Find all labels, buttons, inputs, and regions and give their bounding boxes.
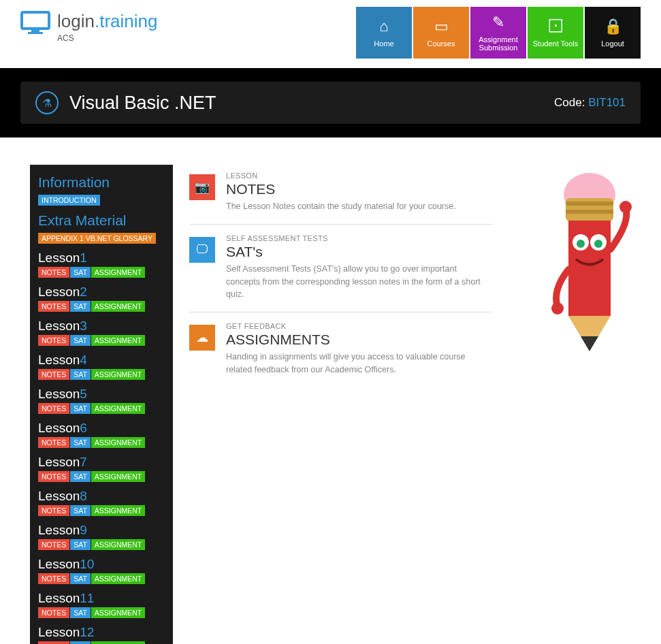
lesson-9[interactable]: Lesson9 bbox=[38, 523, 165, 538]
svg-rect-1 bbox=[31, 30, 39, 32]
info-label: SELF ASSESSMENT TESTS bbox=[226, 234, 492, 242]
lesson-10[interactable]: Lesson10 bbox=[38, 557, 165, 572]
badge-assignment[interactable]: ASSIGNMENT bbox=[91, 403, 145, 414]
badge-notes[interactable]: NOTES bbox=[38, 539, 69, 550]
camera-icon: 📷 bbox=[189, 174, 215, 200]
badge-sat[interactable]: SAT bbox=[70, 505, 91, 516]
lesson-9-badges: NOTESSATASSIGNMENT bbox=[38, 538, 165, 551]
logo-area[interactable]: login.training ACS bbox=[20, 11, 157, 43]
badge-assignment[interactable]: ASSIGNMENT bbox=[91, 539, 145, 550]
badge-notes[interactable]: NOTES bbox=[38, 301, 69, 312]
badge-sat[interactable]: SAT bbox=[70, 403, 91, 414]
lesson-8[interactable]: Lesson8 bbox=[38, 489, 165, 504]
monitor-icon bbox=[20, 11, 50, 42]
lesson-12-badges: NOTESSATASSIGNMENT bbox=[38, 640, 165, 644]
content: Information INTRODUCTION Extra Material … bbox=[0, 138, 661, 644]
info-title: NOTES bbox=[226, 181, 456, 197]
lesson-3[interactable]: Lesson3 bbox=[38, 319, 165, 334]
badge-assignment[interactable]: ASSIGNMENT bbox=[91, 471, 145, 482]
svg-rect-5 bbox=[566, 202, 613, 206]
pencil-mascot bbox=[538, 161, 641, 368]
badge-sat[interactable]: SAT bbox=[70, 607, 91, 618]
nav-assignment[interactable]: ✎Assignment Submission bbox=[470, 7, 526, 59]
lesson-5[interactable]: Lesson5 bbox=[38, 387, 165, 402]
badge-appendix[interactable]: APPENDIX 1 VB.NET GLOSSARY bbox=[38, 233, 156, 244]
badge-notes[interactable]: NOTES bbox=[38, 505, 69, 516]
badge-notes[interactable]: NOTES bbox=[38, 267, 69, 278]
badge-introduction[interactable]: INTRODUCTION bbox=[38, 195, 100, 206]
badge-sat[interactable]: SAT bbox=[70, 573, 91, 584]
badge-sat[interactable]: SAT bbox=[70, 301, 91, 312]
lesson-4-badges: NOTESSATASSIGNMENT bbox=[38, 368, 165, 381]
lesson-11-badges: NOTESSATASSIGNMENT bbox=[38, 606, 165, 619]
folder-icon: ▭ bbox=[434, 18, 449, 35]
badge-assignment[interactable]: ASSIGNMENT bbox=[91, 335, 145, 346]
lesson-2[interactable]: Lesson2 bbox=[38, 285, 165, 300]
lesson-10-badges: NOTESSATASSIGNMENT bbox=[38, 572, 165, 585]
svg-rect-2 bbox=[28, 32, 43, 34]
lesson-6-badges: NOTESSATASSIGNMENT bbox=[38, 436, 165, 449]
badge-notes[interactable]: NOTES bbox=[38, 335, 69, 346]
lesson-6[interactable]: Lesson6 bbox=[38, 421, 165, 436]
badge-assignment[interactable]: ASSIGNMENT bbox=[91, 369, 145, 380]
info-title: SAT's bbox=[226, 244, 492, 260]
header: login.training ACS ⌂Home ▭Courses ✎Assig… bbox=[0, 0, 661, 59]
badge-notes[interactable]: NOTES bbox=[38, 369, 69, 380]
lesson-12[interactable]: Lesson12 bbox=[38, 625, 165, 640]
badge-notes[interactable]: NOTES bbox=[38, 607, 69, 618]
lesson-1[interactable]: Lesson1 bbox=[38, 251, 165, 265]
badge-sat[interactable]: SAT bbox=[70, 267, 91, 278]
course-code: Code: BIT101 bbox=[554, 96, 626, 110]
lesson-11[interactable]: Lesson11 bbox=[38, 591, 165, 606]
info-title: ASSIGNMENTS bbox=[226, 332, 492, 348]
badge-sat[interactable]: SAT bbox=[70, 369, 91, 380]
badge-notes[interactable]: NOTES bbox=[38, 471, 69, 482]
badge-sat[interactable]: SAT bbox=[70, 335, 91, 346]
badge-assignment[interactable]: ASSIGNMENT bbox=[91, 607, 145, 618]
badge-notes[interactable]: NOTES bbox=[38, 403, 69, 414]
lock-icon: 🔒 bbox=[604, 18, 622, 35]
svg-rect-7 bbox=[568, 221, 611, 316]
lesson-4[interactable]: Lesson4 bbox=[38, 353, 165, 368]
logo-text: login.training bbox=[57, 11, 157, 32]
top-nav: ⌂Home ▭Courses ✎Assignment Submission 🞔S… bbox=[355, 7, 641, 59]
pencil-icon: ✎ bbox=[492, 14, 504, 31]
badge-assignment[interactable]: ASSIGNMENT bbox=[91, 437, 145, 448]
badge-assignment[interactable]: ASSIGNMENT bbox=[91, 505, 145, 516]
svg-point-14 bbox=[619, 201, 632, 213]
lesson-7-badges: NOTESSATASSIGNMENT bbox=[38, 470, 165, 483]
badge-sat[interactable]: SAT bbox=[70, 471, 91, 482]
info-label: GET FEEDBACK bbox=[226, 322, 492, 330]
info-desc: Self Assessment Tests (SAT's) allow you … bbox=[226, 263, 492, 301]
sidebar: Information INTRODUCTION Extra Material … bbox=[30, 165, 173, 644]
nav-courses[interactable]: ▭Courses bbox=[413, 7, 469, 59]
svg-rect-6 bbox=[566, 210, 613, 214]
badge-assignment[interactable]: ASSIGNMENT bbox=[91, 641, 145, 644]
lesson-8-badges: NOTESSATASSIGNMENT bbox=[38, 504, 165, 517]
badge-notes[interactable]: NOTES bbox=[38, 573, 69, 584]
info-notes: 📷 LESSON NOTES The Lesson Notes contain … bbox=[189, 165, 492, 225]
nav-home[interactable]: ⌂Home bbox=[356, 7, 412, 59]
info-desc: The Lesson Notes contain the study mater… bbox=[226, 200, 456, 213]
badge-sat[interactable]: SAT bbox=[70, 539, 91, 550]
lesson-2-badges: NOTESSATASSIGNMENT bbox=[38, 300, 165, 313]
lesson-3-badges: NOTESSATASSIGNMENT bbox=[38, 334, 165, 347]
badge-assignment[interactable]: ASSIGNMENT bbox=[91, 301, 145, 312]
info-sat: 🖵 SELF ASSESSMENT TESTS SAT's Self Asses… bbox=[189, 227, 492, 312]
badge-assignment[interactable]: ASSIGNMENT bbox=[91, 267, 145, 278]
badge-notes[interactable]: NOTES bbox=[38, 641, 69, 644]
badge-sat[interactable]: SAT bbox=[70, 437, 91, 448]
main: 📷 LESSON NOTES The Lesson Notes contain … bbox=[189, 165, 522, 390]
briefcase-icon: 🞔 bbox=[548, 18, 563, 35]
sidebar-extra-material[interactable]: Extra Material bbox=[38, 212, 165, 229]
svg-rect-0 bbox=[22, 12, 49, 29]
lesson-7[interactable]: Lesson7 bbox=[38, 455, 165, 470]
nav-logout[interactable]: 🔒Logout bbox=[585, 7, 641, 59]
badge-sat[interactable]: SAT bbox=[70, 641, 91, 644]
badge-notes[interactable]: NOTES bbox=[38, 437, 69, 448]
course-header: ⚗ Visual Basic .NET Code: BIT101 bbox=[20, 82, 641, 124]
lesson-5-badges: NOTESSATASSIGNMENT bbox=[38, 402, 165, 415]
badge-assignment[interactable]: ASSIGNMENT bbox=[91, 573, 145, 584]
sidebar-information[interactable]: Information bbox=[38, 174, 165, 191]
nav-tools[interactable]: 🞔Student Tools bbox=[528, 7, 583, 59]
